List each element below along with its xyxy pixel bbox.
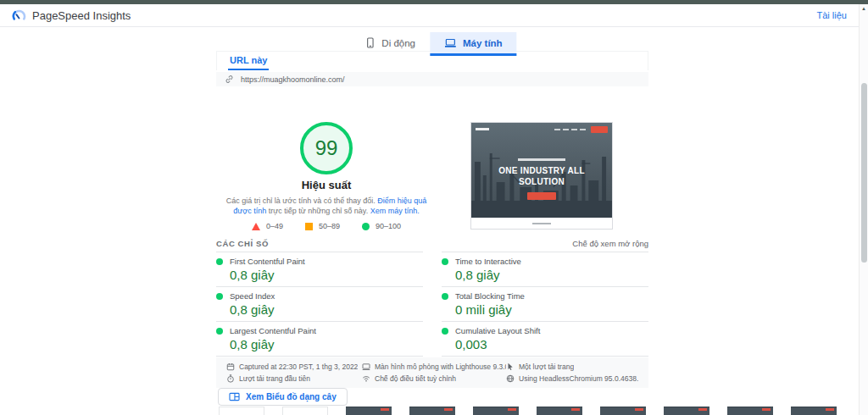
legend-label: 50–89 xyxy=(319,222,340,230)
metric-value: 0,8 giây xyxy=(230,302,423,317)
tab-this-url[interactable]: URL này xyxy=(228,53,269,70)
metric-status-dot xyxy=(442,258,448,265)
capture-info-item: Màn hình mô phỏng with Lighthouse 9.3.0 xyxy=(362,362,506,371)
score-category-label[interactable]: Hiệu suất xyxy=(216,179,437,191)
capture-info-text: Chế độ điều tiết tuỳ chỉnh xyxy=(375,374,456,383)
metric-status-dot xyxy=(216,258,223,265)
metric-item: First Contentful Paint0,8 giây xyxy=(216,252,423,286)
disclaimer-text: Các giá trị chỉ là ước tính và có thể th… xyxy=(226,196,378,205)
device-tabs: Di động Máy tính xyxy=(351,32,516,56)
url-bar: https://muagkhoomonline.com/ xyxy=(216,72,648,86)
capture-info-bar: Captured at 22:30 PST, 1 thg 3, 2022Màn … xyxy=(216,357,648,388)
capture-info-item: Một lượt tải trang xyxy=(506,362,638,371)
metric-item: Largest Contentful Paint0,8 giây xyxy=(216,321,423,357)
metric-status-dot xyxy=(216,293,223,300)
metric-status-dot xyxy=(216,328,223,335)
treemap-button-label: Xem Biểu đồ dạng cây xyxy=(246,392,337,401)
legend-range-low: 0–49 xyxy=(252,222,283,230)
legend-range-high: 90–100 xyxy=(362,222,401,230)
thumbnail-accent xyxy=(444,408,453,411)
thumbnail-accent xyxy=(381,408,389,411)
tab-desktop[interactable]: Máy tính xyxy=(430,32,517,56)
filmstrip-thumbnail xyxy=(537,407,582,415)
scroll-up-arrow[interactable]: ▲ xyxy=(860,6,868,11)
tab-mobile[interactable]: Di động xyxy=(351,32,430,56)
preview-headline: ONE INDUSTRY ALL SOLUTION xyxy=(486,165,598,187)
report-content: URL này https://muagkhoomonline.com/ 99 … xyxy=(216,51,648,357)
performance-score-block: 99 Hiệu suất Các giá trị chỉ là ước tính… xyxy=(216,122,437,230)
score-summary: 99 Hiệu suất Các giá trị chỉ là ước tính… xyxy=(216,122,648,230)
capture-info-text: Lượt tải trang đầu tiên xyxy=(239,374,310,383)
preview-nav-link xyxy=(554,129,560,130)
laptop-icon xyxy=(444,38,456,48)
disclaimer-text: trực tiếp từ những chỉ số này. xyxy=(266,207,370,215)
metric-label: Cumulative Layout Shift xyxy=(455,326,540,335)
scrollbar[interactable]: ▲ xyxy=(859,0,868,415)
browser-top-strip xyxy=(0,0,868,4)
preview-footer-strip xyxy=(471,218,612,229)
treemap-button[interactable]: Xem Biểu đồ dạng cây xyxy=(218,388,348,406)
filmstrip-thumbnail xyxy=(409,407,455,415)
score-disclaimer: Các giá trị chỉ là ước tính và có thể th… xyxy=(220,196,433,216)
link-icon xyxy=(225,75,234,84)
score-gauge[interactable]: 99 xyxy=(300,122,353,174)
preview-hero: ONE INDUSTRY ALL SOLUTION xyxy=(471,158,612,200)
metric-value: 0,8 giây xyxy=(230,268,423,282)
expanded-view-toggle[interactable]: Chế độ xem mở rộng xyxy=(572,239,648,248)
metric-label: Time to Interactive xyxy=(455,257,521,266)
filmstrip-thumbnail xyxy=(727,407,773,415)
metrics-header: CÁC CHỈ SỐ Chế độ xem mở rộng xyxy=(216,239,648,248)
thumbnail-accent xyxy=(508,408,516,411)
legend-range-mid: 50–89 xyxy=(305,222,340,230)
metrics-section-title: CÁC CHỈ SỐ xyxy=(216,239,269,248)
scrollbar-thumb[interactable] xyxy=(861,83,867,263)
capture-info-item: Using HeadlessChromium 95.0.4638.69 with… xyxy=(506,374,638,383)
thumbnail-accent xyxy=(826,408,834,411)
app-title[interactable]: PageSpeed Insights xyxy=(32,9,131,22)
orange-square-icon xyxy=(305,223,313,230)
filmstrip-thumbnail xyxy=(219,407,264,415)
capture-info-item: Chế độ điều tiết tuỳ chỉnh xyxy=(362,374,506,383)
metric-value: 0 mili giây xyxy=(455,302,648,317)
page-url[interactable]: https://muagkhoomonline.com/ xyxy=(241,75,345,84)
preview-cta-button xyxy=(527,192,556,200)
capture-info-text: Màn hình mô phỏng with Lighthouse 9.3.0 xyxy=(375,362,506,371)
capture-info-text: Một lượt tải trang xyxy=(519,362,574,371)
thumbnail-accent xyxy=(635,408,643,411)
thumbnail-accent xyxy=(698,408,707,411)
filmstrip xyxy=(219,407,837,415)
docs-link[interactable]: Tài liệu xyxy=(817,10,847,20)
filmstrip-thumbnail xyxy=(600,407,646,415)
filmstrip-thumbnail xyxy=(664,407,709,415)
filmstrip-thumbnail xyxy=(473,407,519,415)
capture-info-item: Lượt tải trang đầu tiên xyxy=(226,374,362,383)
score-value: 99 xyxy=(315,136,338,160)
metric-status-dot xyxy=(442,328,448,335)
red-triangle-icon xyxy=(252,223,260,230)
metric-label: Total Blocking Time xyxy=(455,291,525,301)
metric-label: Largest Contentful Paint xyxy=(230,326,316,335)
capture-info-text: Using HeadlessChromium 95.0.4638.69 with… xyxy=(519,374,638,383)
signal-icon xyxy=(362,374,370,383)
thumbnail-accent xyxy=(762,408,771,411)
tab-desktop-label: Máy tính xyxy=(463,38,503,48)
tab-mobile-label: Di động xyxy=(381,38,415,48)
metric-item: Speed Index0,8 giây xyxy=(216,286,423,321)
pagespeed-logo-icon[interactable] xyxy=(12,8,26,23)
preview-nav-link xyxy=(571,129,577,130)
metric-value: 0,003 xyxy=(455,337,648,351)
view-calculator-link[interactable]: Xem máy tính. xyxy=(370,207,420,215)
preview-navbar xyxy=(471,123,612,136)
thumbnail-accent xyxy=(571,408,580,411)
site-screenshot-thumbnail[interactable]: ONE INDUSTRY ALL SOLUTION xyxy=(470,122,613,230)
filmstrip-thumbnail xyxy=(346,407,392,415)
monitor-icon xyxy=(362,362,370,371)
filmstrip-thumbnail xyxy=(282,407,328,415)
preview-footer-text-bar xyxy=(532,223,551,224)
metrics-grid: First Contentful Paint0,8 giâyTime to In… xyxy=(216,252,648,357)
phone-icon xyxy=(365,37,375,48)
score-legend: 0–49 50–89 90–100 xyxy=(216,222,437,230)
metric-item: Total Blocking Time0 mili giây xyxy=(442,286,648,321)
metric-status-dot xyxy=(442,293,448,300)
preview-logo xyxy=(476,128,489,130)
